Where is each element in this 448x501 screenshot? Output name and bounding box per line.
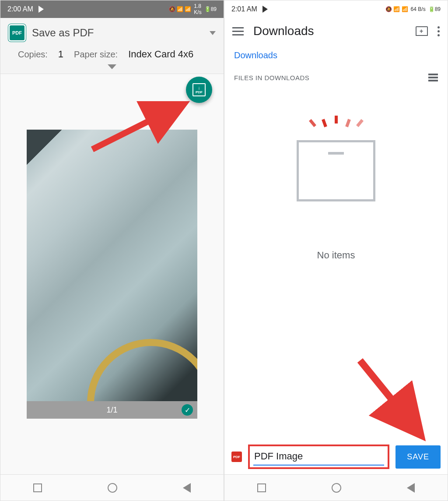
print-preview-area: 1/1 ✓ xyxy=(0,74,224,474)
pdf-icon: PDF xyxy=(8,24,26,42)
page-title: Downloads xyxy=(253,24,406,38)
new-folder-icon[interactable] xyxy=(416,26,428,36)
status-time: 2:01 AM xyxy=(231,5,257,13)
print-destination-label: Save as PDF xyxy=(32,27,203,39)
page-preview-image xyxy=(27,130,197,401)
save-pdf-fab[interactable]: PDF xyxy=(186,77,212,103)
section-header-row: FILES IN DOWNLOADS xyxy=(224,67,448,88)
nav-bar xyxy=(0,474,224,501)
downloads-toolbar: Downloads xyxy=(224,18,448,44)
empty-state: No items xyxy=(224,88,448,439)
save-file-row: PDF SAVE xyxy=(224,439,448,474)
nav-bar xyxy=(224,474,448,501)
pdf-file-icon: PDF xyxy=(231,452,242,462)
phone-downloads-screen: 2:01 AM 🔕 📶 📶 64 B/s 🔋89 Downloads Downl… xyxy=(224,0,448,501)
filename-highlight xyxy=(248,445,389,469)
phone-print-screen: 2:00 AM 🔕 📶 📶 1.8K/s 🔋89 PDF Save as PDF… xyxy=(0,0,224,501)
nav-home-button[interactable] xyxy=(332,483,341,493)
download-pdf-icon: PDF xyxy=(192,83,206,96)
page-counter: 1/1 xyxy=(106,406,117,415)
status-icons: 🔕 📶 📶 64 B/s 🔋89 xyxy=(385,6,441,12)
print-destination-row[interactable]: PDF Save as PDF xyxy=(0,18,224,46)
print-options-panel: PDF Save as PDF Copies: 1 Paper size: In… xyxy=(0,18,224,74)
page-selected-check-icon[interactable]: ✓ xyxy=(182,404,193,416)
page-thumbnail[interactable]: 1/1 ✓ xyxy=(27,130,197,419)
view-toggle-icon[interactable] xyxy=(428,74,438,81)
section-header: FILES IN DOWNLOADS xyxy=(234,74,309,81)
status-icons: 🔕 📶 📶 1.8K/s 🔋89 xyxy=(169,3,217,15)
page-counter-bar: 1/1 ✓ xyxy=(27,401,197,419)
empty-text: No items xyxy=(317,250,355,261)
hamburger-menu-icon[interactable] xyxy=(232,27,244,35)
empty-box-icon xyxy=(297,140,375,201)
overflow-menu-icon[interactable] xyxy=(438,26,440,36)
play-store-icon xyxy=(262,6,268,13)
empty-sparks-icon xyxy=(311,119,361,127)
copies-value[interactable]: 1 xyxy=(58,49,63,60)
nav-back-button[interactable] xyxy=(407,483,415,493)
status-time: 2:00 AM xyxy=(7,5,33,13)
status-bar: 2:01 AM 🔕 📶 📶 64 B/s 🔋89 xyxy=(224,0,448,18)
nav-back-button[interactable] xyxy=(183,483,191,493)
copies-label: Copies: xyxy=(18,49,48,60)
nav-recent-button[interactable] xyxy=(33,483,42,492)
paper-size-value[interactable]: Index Card 4x6 xyxy=(128,49,193,60)
filename-input[interactable] xyxy=(253,448,384,466)
nav-recent-button[interactable] xyxy=(257,483,266,492)
nav-home-button[interactable] xyxy=(108,483,117,493)
play-store-icon xyxy=(38,6,44,13)
save-button[interactable]: SAVE xyxy=(396,445,441,469)
paper-size-label: Paper size: xyxy=(74,49,118,60)
status-bar: 2:00 AM 🔕 📶 📶 1.8K/s 🔋89 xyxy=(0,0,224,18)
dropdown-caret-icon xyxy=(210,31,216,35)
expand-options-button[interactable] xyxy=(0,63,224,74)
breadcrumb-downloads[interactable]: Downloads xyxy=(224,44,448,67)
